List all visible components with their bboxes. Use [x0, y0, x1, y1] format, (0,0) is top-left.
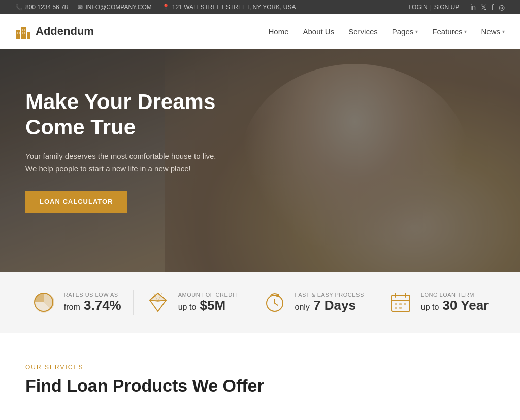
services-section: OUR SERVICES Find Loan Products We Offer — [0, 333, 520, 416]
stats-bar: RATES US LOW AS from 3.74% AMOUNT OF CRE… — [0, 272, 520, 333]
top-bar-right: LOGIN | SIGN UP in 𝕏 f ◎ — [408, 3, 505, 11]
svg-rect-0 — [16, 30, 20, 39]
phone-info: 📞 800 1234 56 78 — [15, 4, 68, 11]
stat-rates-text: RATES US LOW AS from 3.74% — [64, 292, 121, 313]
location-icon: 📍 — [162, 4, 170, 11]
phone-number: 800 1234 56 78 — [25, 4, 68, 11]
header: Addendum Home About Us Services Pages ▾ … — [0, 14, 520, 49]
stat-term-text: LONG LOAN TERM up to 30 Year — [421, 292, 489, 313]
hero-section: Make Your Dreams Come True Your family d… — [0, 49, 520, 272]
top-bar: 📞 800 1234 56 78 ✉ INFO@COMPANY.COM 📍 12… — [0, 0, 520, 14]
svg-rect-6 — [24, 29, 25, 31]
logo-text: Addendum — [36, 25, 94, 38]
stat-process-value: only 7 Days — [295, 298, 364, 313]
svg-rect-4 — [19, 32, 20, 34]
nav-news[interactable]: News ▾ — [481, 27, 505, 36]
features-dropdown-arrow: ▾ — [464, 29, 467, 34]
auth-links: LOGIN | SIGN UP — [408, 4, 459, 11]
stat-divider-2 — [250, 290, 250, 315]
email-address: INFO@COMPANY.COM — [85, 4, 151, 11]
login-link[interactable]: LOGIN — [408, 4, 427, 11]
clock-refresh-icon — [263, 290, 287, 314]
phone-icon: 📞 — [15, 4, 23, 11]
stat-divider-1 — [133, 290, 134, 315]
hero-subtitle: Your family deserves the most comfortabl… — [25, 150, 229, 176]
stat-process-label: FAST & EASY PROCESS — [295, 292, 364, 298]
stat-credit: AMOUNT OF CREDIT up to $5M — [146, 290, 238, 314]
svg-rect-21 — [399, 303, 402, 305]
logo[interactable]: Addendum — [15, 23, 94, 40]
svg-rect-20 — [395, 303, 397, 305]
stat-credit-label: AMOUNT OF CREDIT — [178, 292, 238, 298]
email-icon: ✉ — [78, 4, 83, 11]
logo-icon — [15, 23, 31, 40]
facebook-icon[interactable]: f — [492, 3, 494, 11]
diamond-icon — [146, 290, 170, 314]
stat-term: LONG LOAN TERM up to 30 Year — [388, 290, 489, 314]
hero-content: Make Your Dreams Come True Your family d… — [0, 49, 254, 253]
instagram-icon[interactable]: ◎ — [499, 3, 505, 11]
news-dropdown-arrow: ▾ — [502, 29, 505, 34]
nav-about[interactable]: About Us — [303, 27, 335, 36]
nav-home[interactable]: Home — [268, 27, 288, 36]
pie-chart-icon — [31, 290, 56, 314]
nav-pages[interactable]: Pages ▾ — [392, 27, 418, 36]
svg-rect-5 — [22, 29, 23, 31]
top-bar-left: 📞 800 1234 56 78 ✉ INFO@COMPANY.COM 📍 12… — [15, 4, 296, 11]
nav-features[interactable]: Features ▾ — [432, 27, 467, 36]
email-info: ✉ INFO@COMPANY.COM — [78, 4, 151, 11]
svg-rect-1 — [21, 27, 26, 39]
stat-divider-3 — [376, 290, 376, 315]
stat-rates: RATES US LOW AS from 3.74% — [31, 290, 121, 314]
stat-rates-value: from 3.74% — [64, 298, 121, 313]
svg-rect-8 — [24, 32, 25, 34]
services-title: Find Loan Products We Offer — [25, 376, 495, 396]
twitter-icon[interactable]: 𝕏 — [481, 3, 486, 11]
stat-term-label: LONG LOAN TERM — [421, 292, 489, 298]
svg-rect-23 — [395, 307, 397, 309]
hero-title: Make Your Dreams Come True — [25, 89, 229, 141]
stat-credit-text: AMOUNT OF CREDIT up to $5M — [178, 292, 238, 313]
stat-process-text: FAST & EASY PROCESS only 7 Days — [295, 292, 364, 313]
svg-rect-2 — [27, 32, 30, 39]
services-label: OUR SERVICES — [25, 364, 495, 371]
svg-rect-3 — [17, 32, 18, 34]
address-info: 📍 121 WALLSTREET STREET, NY YORK, USA — [162, 4, 296, 11]
svg-rect-22 — [404, 303, 406, 305]
social-icons: in 𝕏 f ◎ — [470, 3, 505, 11]
calendar-icon — [388, 290, 413, 314]
svg-rect-7 — [22, 32, 23, 34]
loan-calculator-button[interactable]: LOAN CALCULATOR — [25, 191, 127, 213]
address-text: 121 WALLSTREET STREET, NY YORK, USA — [172, 4, 296, 11]
nav-services[interactable]: Services — [348, 27, 378, 36]
stat-process: FAST & EASY PROCESS only 7 Days — [263, 290, 364, 314]
stat-credit-value: up to $5M — [178, 298, 238, 313]
pages-dropdown-arrow: ▾ — [415, 29, 418, 34]
linkedin-icon[interactable]: in — [470, 3, 476, 11]
svg-rect-24 — [399, 307, 402, 309]
stat-term-value: up to 30 Year — [421, 298, 489, 313]
stat-rates-label: RATES US LOW AS — [64, 292, 121, 298]
main-nav: Home About Us Services Pages ▾ Features … — [268, 27, 505, 36]
signup-link[interactable]: SIGN UP — [434, 4, 459, 11]
